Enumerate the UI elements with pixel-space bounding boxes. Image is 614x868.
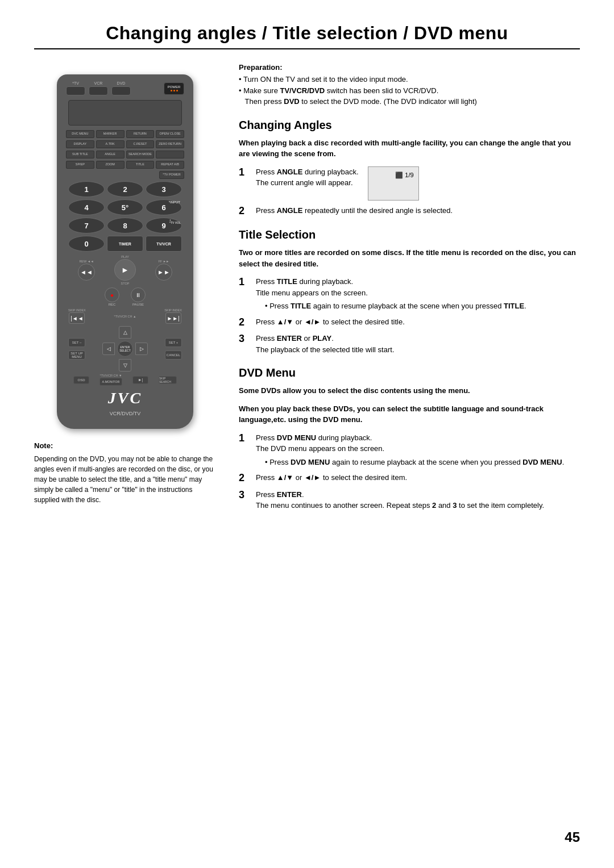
- function-buttons-row4: SP/EP ZOOM TITLE REPEAT A/B: [66, 161, 184, 169]
- tv-mode-btn[interactable]: [66, 86, 85, 95]
- dvc-menu-btn[interactable]: DVC MENU: [66, 130, 94, 138]
- title-step-num-3: 3: [239, 333, 252, 345]
- remote-screen: [68, 100, 182, 126]
- sp-ep-btn[interactable]: SP/EP: [66, 161, 94, 169]
- rec-btn[interactable]: ●: [105, 287, 119, 302]
- dpad-down[interactable]: ▽: [119, 359, 131, 372]
- note-text: Depending on the DVD, you may not be abl…: [34, 454, 216, 505]
- step1-text: Press ANGLE during playback. The current…: [256, 166, 359, 189]
- enter-select-btn[interactable]: ENTERSELECT: [117, 341, 133, 357]
- btn-6[interactable]: 6 *INPUT: [146, 199, 182, 215]
- title-step3-content: Press ENTER or PLAY. The playback of the…: [256, 333, 580, 355]
- step1-content: Press ANGLE during playback. The current…: [256, 166, 580, 201]
- atrk-btn[interactable]: A.TRK: [96, 140, 125, 148]
- zero-return-btn[interactable]: ZERO RETURN: [156, 140, 184, 148]
- dpad-right[interactable]: ▷: [135, 343, 148, 355]
- preparation-section: Preparation: Turn ON the TV and set it t…: [239, 63, 580, 107]
- power-indicator: [171, 90, 178, 91]
- title-rule: [34, 48, 580, 49]
- dvd-menu-desc2: When you play back these DVDs, you can s…: [239, 403, 580, 425]
- btn-1[interactable]: 1: [68, 181, 105, 197]
- dvd-menu-title: DVD Menu: [239, 366, 580, 379]
- main-layout: *TV VCR DVD: [34, 63, 580, 516]
- tv-vcr-btn[interactable]: TV/VCR: [146, 236, 182, 252]
- dpad-up[interactable]: △: [119, 326, 131, 339]
- note-section: Note: Depending on the DVD, you may not …: [34, 440, 216, 505]
- dvd-step-num-2: 2: [239, 472, 252, 485]
- changing-angles-step1: 1 Press ANGLE during playback. The curre…: [239, 166, 580, 201]
- function-buttons-row2: DISPLAY A.TRK C.RESET ZERO RETURN: [66, 140, 184, 148]
- marker-btn[interactable]: MARKER: [96, 130, 125, 138]
- right-column: Preparation: Turn ON the TV and set it t…: [239, 63, 580, 516]
- btn-3[interactable]: 3: [146, 181, 182, 197]
- title-step-num-1: 1: [239, 276, 252, 289]
- dvd-menu-desc1: Some DVDs allow you to select the disc c…: [239, 385, 580, 397]
- skip-back-btn[interactable]: |◄◄: [69, 312, 85, 324]
- btn-7[interactable]: 7: [68, 218, 105, 233]
- zoom-btn[interactable]: ZOOM: [96, 161, 125, 169]
- angle-btn[interactable]: ANGLE: [96, 151, 125, 158]
- rec-pause-row: ● REC ⏸ PAUSE: [68, 287, 182, 306]
- title-btn[interactable]: TITLE: [126, 161, 155, 169]
- step-num-2: 2: [239, 205, 252, 218]
- set-minus-btn[interactable]: SET –: [68, 338, 85, 347]
- tv-mode-col: *TV: [66, 81, 85, 95]
- page-title: Changing angles / Title selection / DVD …: [34, 23, 580, 44]
- dvd-step1-sub: Press DVD MENU again to resume playback …: [256, 457, 580, 468]
- remote-wrapper: *TV VCR DVD: [34, 74, 216, 429]
- repeat-ab-btn[interactable]: REPEAT A/B: [156, 161, 184, 169]
- display-btn[interactable]: DISPLAY: [66, 140, 94, 148]
- play-btn[interactable]: ►: [114, 259, 136, 281]
- number-pad: 1 2 3 4 5° 6 *INPUT 7 8 9 +*TV VOL: [68, 181, 182, 233]
- btn-2[interactable]: 2: [107, 181, 143, 197]
- dvd-menu-section: DVD Menu Some DVDs allow you to select t…: [239, 366, 580, 511]
- title-step-num-2: 2: [239, 316, 252, 329]
- return-btn[interactable]: RETURN: [126, 130, 155, 138]
- step1-with-box: Press ANGLE during playback. The current…: [256, 166, 580, 201]
- dvd-mode-label: DVD: [117, 81, 126, 85]
- number-bottom-row: 0 TIMER TV/VCR: [68, 236, 182, 252]
- title-step2: 2 Press ▲/▼ or ◄/► to select the desired…: [239, 316, 580, 329]
- subtitle-btn[interactable]: SUB TITLE: [66, 151, 94, 158]
- dvd-mode-col: DVD: [111, 81, 131, 95]
- title-selection-title: Title Selection: [239, 228, 580, 241]
- btn-9[interactable]: 9 +*TV VOL: [146, 218, 182, 233]
- cancel-btn[interactable]: CANCEL: [165, 350, 182, 360]
- btn-4[interactable]: 4: [68, 199, 105, 215]
- btn-8[interactable]: 8: [107, 218, 143, 233]
- power-button[interactable]: POWER: [164, 82, 184, 95]
- vcr-mode-btn[interactable]: [89, 86, 108, 95]
- creset-btn[interactable]: C.RESET: [126, 140, 155, 148]
- set-plus-btn[interactable]: SET +: [165, 338, 182, 347]
- skip-fwd-btn[interactable]: ►►|: [165, 312, 181, 324]
- changing-angles-desc: When playing back a disc recorded with m…: [239, 137, 580, 160]
- function-buttons-row1: DVC MENU MARKER RETURN OPEN/ CLOSE: [66, 130, 184, 138]
- angle-display-box: ⬛ 1/9: [368, 166, 419, 201]
- dpad-right-btns: SET + CANCEL: [165, 338, 182, 360]
- title-step1-sub: Press TITLE again to resume playback at …: [256, 301, 580, 312]
- mode-buttons: *TV VCR DVD: [66, 81, 131, 95]
- setup-menu-btn[interactable]: SET UP MENU: [68, 350, 85, 360]
- remote-control: *TV VCR DVD: [57, 74, 193, 429]
- monitor-btn[interactable]: A.MONITOR: [99, 378, 122, 386]
- dvd-mode-btn[interactable]: [111, 86, 131, 95]
- pause-btn[interactable]: ⏸: [131, 287, 146, 302]
- btn-5[interactable]: 5°: [107, 199, 143, 215]
- slow-btn[interactable]: ►|: [132, 376, 148, 384]
- osd-btn[interactable]: OSD: [73, 376, 89, 384]
- timer-btn[interactable]: TIMER: [107, 236, 143, 252]
- rew-btn[interactable]: ◄◄: [78, 264, 95, 281]
- dvd-step2: 2 Press ▲/▼ or ◄/► to select the desired…: [239, 472, 580, 485]
- dvd-step3: 3 Press ENTER. The menu continues to ano…: [239, 489, 580, 511]
- tv-power-small-btn[interactable]: *TV POWER: [159, 171, 184, 179]
- search-mode-btn[interactable]: SEARCH MODE: [126, 151, 155, 158]
- dvd-step1-content: Press DVD MENU during playback. The DVD …: [256, 432, 580, 468]
- title-step1: 1 Press TITLE during playback. Title men…: [239, 276, 580, 312]
- btn-0[interactable]: 0: [68, 236, 105, 252]
- open-close-btn[interactable]: OPEN/ CLOSE: [156, 130, 184, 138]
- model-label: VCR/DVD/TV: [64, 411, 186, 416]
- dpad-left[interactable]: ◁: [102, 343, 115, 355]
- skip-search-btn[interactable]: SKIP SEARCH: [159, 376, 177, 384]
- ff-btn[interactable]: ►►: [155, 264, 172, 281]
- dpad: △ ◁ ENTERSELECT ▷ ▽: [102, 326, 148, 372]
